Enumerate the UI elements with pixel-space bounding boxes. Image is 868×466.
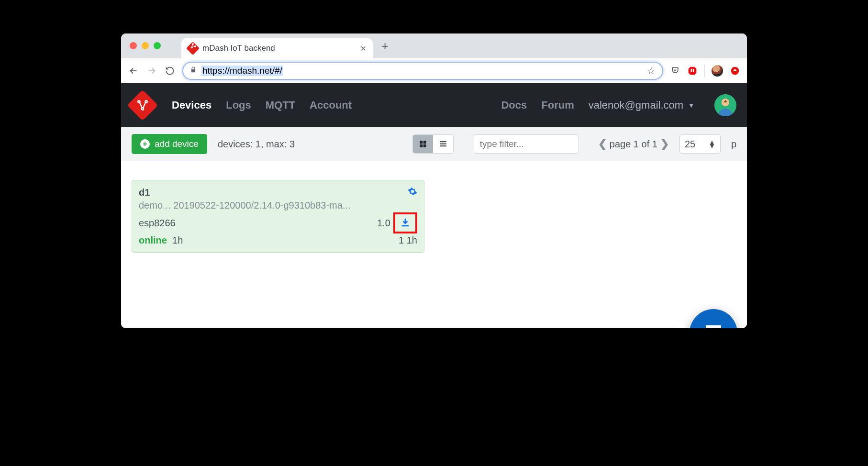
svg-rect-17 <box>440 144 446 144</box>
device-settings-gear-icon[interactable] <box>408 187 417 199</box>
nav-back-button[interactable] <box>128 65 139 77</box>
prev-page-button[interactable]: ❮ <box>598 138 607 150</box>
page-size-value: 25 <box>685 139 695 150</box>
browser-toolbar: https://mdash.net/#/ ☆ <box>121 58 747 83</box>
next-page-button[interactable]: ❯ <box>660 138 669 150</box>
browser-tab-bar: mDash IoT backend × + <box>121 33 747 58</box>
device-count-text: devices: 1, max: 3 <box>218 139 295 150</box>
svg-point-0 <box>192 43 193 44</box>
nav-account[interactable]: Account <box>310 99 352 111</box>
brand-logo-icon[interactable] <box>127 89 158 121</box>
controls-bar: + add device devices: 1, max: 3 ❮ page 1… <box>121 127 747 161</box>
app-header: Devices Logs MQTT Account Docs Forum val… <box>121 83 747 127</box>
svg-rect-14 <box>420 144 423 147</box>
add-device-button[interactable]: + add device <box>132 134 207 154</box>
adblock-icon[interactable] <box>687 66 698 76</box>
content-area: d1 demo... 20190522-120000/2.14.0-g9310b… <box>121 161 747 328</box>
view-toggle <box>412 134 454 154</box>
device-status: online <box>139 235 167 245</box>
pager: ❮ page 1 of 1 ❯ <box>598 138 669 150</box>
tab-favicon-icon <box>186 42 200 55</box>
device-version: 1.0 <box>377 218 390 229</box>
pocket-icon[interactable] <box>670 66 680 76</box>
address-bar[interactable]: https://mdash.net/#/ ☆ <box>182 62 663 80</box>
nav-forward-button[interactable] <box>146 65 157 77</box>
svg-rect-16 <box>440 141 446 142</box>
tab-close-icon[interactable]: × <box>360 43 366 54</box>
divider <box>704 65 705 77</box>
add-device-label: add device <box>155 139 199 149</box>
user-avatar[interactable] <box>714 94 736 116</box>
nav-reload-button[interactable] <box>164 65 176 77</box>
chat-launcher-button[interactable] <box>690 309 737 328</box>
window-close-button[interactable] <box>130 42 137 49</box>
new-tab-button[interactable]: + <box>381 39 389 54</box>
nav-forum[interactable]: Forum <box>541 99 574 111</box>
svg-rect-18 <box>440 145 446 146</box>
caret-down-icon: ▼ <box>688 102 694 109</box>
device-chip: esp8266 <box>139 218 176 229</box>
user-email: valenok@gmail.com <box>589 99 683 111</box>
select-arrows-icon: ▲▼ <box>709 140 715 148</box>
nav-docs[interactable]: Docs <box>501 99 527 111</box>
svg-rect-15 <box>423 144 426 147</box>
page-size-select[interactable]: 25 ▲▼ <box>679 134 721 154</box>
device-right-stat: 1 1h <box>399 235 417 246</box>
filter-input[interactable] <box>474 134 579 154</box>
pager-text: page 1 of 1 <box>610 139 657 150</box>
nav-logs[interactable]: Logs <box>226 99 251 111</box>
bookmark-star-icon[interactable]: ☆ <box>647 65 656 77</box>
tab-title: mDash IoT backend <box>202 44 356 53</box>
device-download-button[interactable] <box>393 212 417 233</box>
svg-point-2 <box>191 47 192 48</box>
device-build: demo... 20190522-120000/2.14.0-g9310b83-… <box>139 200 417 211</box>
up-arrow-icon[interactable] <box>730 66 740 76</box>
svg-rect-4 <box>691 68 692 72</box>
svg-rect-13 <box>423 141 426 144</box>
window-fullscreen-button[interactable] <box>154 42 161 49</box>
device-name: d1 <box>139 187 150 198</box>
browser-tab[interactable]: mDash IoT backend × <box>181 38 373 58</box>
plus-icon: + <box>140 139 150 149</box>
svg-rect-12 <box>420 141 423 144</box>
nav-mqtt[interactable]: MQTT <box>266 99 295 111</box>
svg-point-1 <box>194 45 196 47</box>
chat-icon <box>702 322 725 328</box>
nav-devices[interactable]: Devices <box>172 99 211 111</box>
browser-window: mDash IoT backend × + https://mdash.net/… <box>121 33 747 328</box>
truncated-text: p <box>731 139 736 150</box>
user-menu[interactable]: valenok@gmail.com ▼ <box>589 99 694 111</box>
device-card[interactable]: d1 demo... 20190522-120000/2.14.0-g9310b… <box>132 180 424 253</box>
svg-point-9 <box>142 108 144 110</box>
svg-marker-3 <box>689 67 697 75</box>
grid-view-button[interactable] <box>413 135 433 153</box>
window-minimize-button[interactable] <box>142 42 149 49</box>
list-view-button[interactable] <box>433 135 453 153</box>
window-controls <box>130 42 161 49</box>
svg-rect-19 <box>402 225 409 227</box>
profile-avatar-icon[interactable] <box>712 65 723 77</box>
svg-rect-5 <box>693 68 694 72</box>
lock-icon <box>190 67 197 75</box>
device-uptime: 1h <box>172 235 183 245</box>
url-text: https://mdash.net/#/ <box>201 66 283 76</box>
extension-icons <box>670 65 740 77</box>
